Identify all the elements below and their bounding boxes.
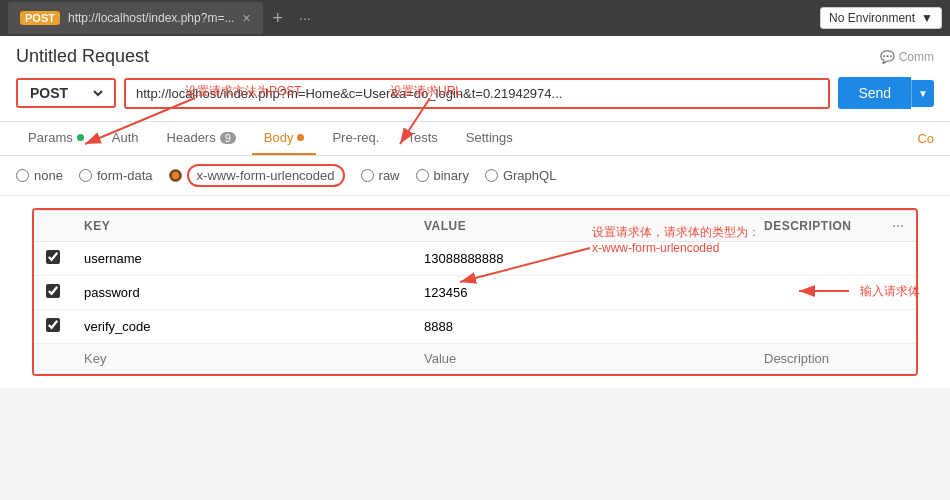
row3-key-input[interactable] (84, 319, 400, 334)
newrow-value-input[interactable] (424, 351, 740, 366)
row3-desc-cell (752, 310, 880, 344)
params-label: Params (28, 130, 73, 145)
row1-value-input[interactable] (424, 251, 740, 266)
url-input[interactable] (136, 86, 818, 101)
comment-button[interactable]: 💬 Comm (880, 50, 934, 64)
newrow-value-cell (412, 344, 752, 374)
tab-settings[interactable]: Settings (454, 122, 525, 155)
tabs-comment-icon[interactable]: Co (917, 131, 934, 146)
auth-label: Auth (112, 130, 139, 145)
headers-badge: 9 (220, 132, 236, 144)
main-content: Untitled Request 💬 Comm POST GET PUT PAT… (0, 36, 950, 388)
table-row (34, 276, 916, 310)
row1-more-cell (880, 242, 916, 276)
radio-raw[interactable]: raw (361, 168, 400, 183)
row3-value-input[interactable] (424, 319, 740, 334)
radio-formdata-input[interactable] (79, 169, 92, 182)
comment-icon: 💬 (880, 50, 895, 64)
row3-more-cell (880, 310, 916, 344)
radio-raw-input[interactable] (361, 169, 374, 182)
radio-graphql[interactable]: GraphQL (485, 168, 556, 183)
row3-checkbox-cell (34, 310, 72, 344)
th-checkbox (34, 211, 72, 242)
top-bar: POST http://localhost/index.php?m=... × … (0, 0, 950, 36)
row1-value-cell (412, 242, 752, 276)
radio-binary-label: binary (434, 168, 469, 183)
radio-binary-input[interactable] (416, 169, 429, 182)
active-tab[interactable]: POST http://localhost/index.php?m=... × (8, 2, 263, 34)
table-row (34, 242, 916, 276)
tests-label: Tests (407, 130, 437, 145)
url-input-wrapper (124, 78, 830, 109)
prereq-label: Pre-req. (332, 130, 379, 145)
method-select[interactable]: POST GET PUT PATCH DELETE (26, 84, 106, 102)
row1-checkbox-cell (34, 242, 72, 276)
settings-label: Settings (466, 130, 513, 145)
th-value: VALUE (412, 211, 752, 242)
newrow-desc-input[interactable] (764, 351, 868, 366)
radio-formdata-label: form-data (97, 168, 153, 183)
radio-xwww[interactable]: x-www-form-urlencoded (169, 164, 345, 187)
tab-prereq[interactable]: Pre-req. (320, 122, 391, 155)
newrow-key-input[interactable] (84, 351, 400, 366)
radio-formdata[interactable]: form-data (79, 168, 153, 183)
row2-value-input[interactable] (424, 285, 740, 300)
row2-key-input[interactable] (84, 285, 400, 300)
radio-xwww-input[interactable] (169, 169, 182, 182)
table-header-row: KEY VALUE DESCRIPTION ··· (34, 211, 916, 242)
params-table-wrapper: KEY VALUE DESCRIPTION ··· (32, 208, 918, 376)
env-label: No Environment (829, 11, 915, 25)
annotation-input-text: 输入请求体 (860, 283, 920, 300)
tab-headers[interactable]: Headers 9 (155, 122, 248, 155)
newrow-checkbox-cell (34, 344, 72, 374)
th-key: KEY (72, 211, 412, 242)
newrow-key-cell (72, 344, 412, 374)
tab-body[interactable]: Body (252, 122, 317, 155)
request-title-text: Untitled Request (16, 46, 149, 67)
environment-selector[interactable]: No Environment ▼ (820, 7, 942, 29)
send-button[interactable]: Send (838, 77, 911, 109)
row1-desc-cell (752, 242, 880, 276)
radio-graphql-label: GraphQL (503, 168, 556, 183)
radio-none[interactable]: none (16, 168, 63, 183)
row1-checkbox[interactable] (46, 250, 60, 264)
radio-none-label: none (34, 168, 63, 183)
radio-graphql-input[interactable] (485, 169, 498, 182)
page-wrapper: POST http://localhost/index.php?m=... × … (0, 0, 950, 388)
annotation-input: 输入请求体 (794, 276, 920, 306)
newrow-desc-cell (752, 344, 880, 374)
row2-value-cell (412, 276, 752, 310)
request-header: Untitled Request 💬 Comm POST GET PUT PAT… (0, 36, 950, 122)
tab-url-text: http://localhost/index.php?m=... (68, 11, 234, 25)
body-type-row: none form-data x-www-form-urlencoded raw… (0, 156, 950, 196)
row1-key-input[interactable] (84, 251, 400, 266)
tabs-row: Params Auth Headers 9 Body Pre-req. Test… (0, 122, 950, 156)
tab-close-icon[interactable]: × (242, 10, 250, 26)
params-table: KEY VALUE DESCRIPTION ··· (34, 210, 916, 374)
row2-checkbox-cell (34, 276, 72, 310)
tab-method-badge: POST (20, 11, 60, 25)
env-chevron-icon: ▼ (921, 11, 933, 25)
request-title-row: Untitled Request 💬 Comm (16, 46, 934, 67)
th-desc: DESCRIPTION (752, 211, 880, 242)
row2-checkbox[interactable] (46, 284, 60, 298)
th-more: ··· (880, 211, 916, 242)
send-button-group: Send ▼ (838, 77, 934, 109)
tab-auth[interactable]: Auth (100, 122, 151, 155)
radio-none-input[interactable] (16, 169, 29, 182)
method-select-wrapper: POST GET PUT PATCH DELETE (16, 78, 116, 108)
radio-binary[interactable]: binary (416, 168, 469, 183)
row2-key-cell (72, 276, 412, 310)
url-row: POST GET PUT PATCH DELETE Send ▼ (16, 77, 934, 121)
row1-key-cell (72, 242, 412, 276)
tab-more-button[interactable]: ··· (293, 10, 317, 26)
tab-tests[interactable]: Tests (395, 122, 449, 155)
row3-checkbox[interactable] (46, 318, 60, 332)
tab-params[interactable]: Params (16, 122, 96, 155)
tab-add-button[interactable]: + (267, 8, 290, 29)
radio-raw-label: raw (379, 168, 400, 183)
row3-value-cell (412, 310, 752, 344)
new-row (34, 344, 916, 374)
body-label: Body (264, 130, 294, 145)
send-dropdown-button[interactable]: ▼ (911, 80, 934, 107)
